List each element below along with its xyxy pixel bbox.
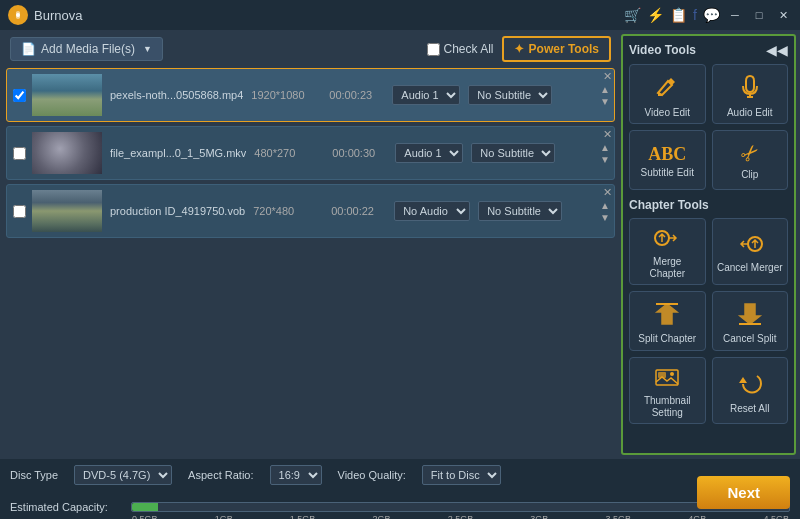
bottom-bar: Disc Type DVD-5 (4.7G) Aspect Ratio: 16:… bbox=[0, 459, 800, 519]
chapter-tools-grid: Merge Chapter Cancel Merger bbox=[629, 218, 788, 424]
audio-edit-label: Audio Edit bbox=[727, 107, 773, 119]
clip-button[interactable]: ✂ Clip bbox=[712, 130, 789, 190]
audio-select-3[interactable]: No Audio bbox=[394, 201, 470, 221]
file-dur-3: 00:00:22 bbox=[331, 205, 386, 217]
reset-all-button[interactable]: Reset All bbox=[712, 357, 789, 424]
audio-edit-button[interactable]: Audio Edit bbox=[712, 64, 789, 124]
svg-marker-9 bbox=[740, 304, 760, 324]
scroll-up-icon[interactable]: ▲ bbox=[600, 200, 610, 211]
add-media-button[interactable]: 📄 Add Media File(s) ▼ bbox=[10, 37, 163, 61]
toolbar: 📄 Add Media File(s) ▼ Check All ✦ Power … bbox=[0, 30, 621, 68]
file-checkbox-1[interactable] bbox=[13, 89, 26, 102]
file-list: ✕ ▲ ▼ pexels-noth...0505868.mp4 1920*108… bbox=[0, 68, 621, 459]
row-scroll-controls[interactable]: ▲ ▼ bbox=[600, 200, 610, 223]
cart-icon[interactable]: 🛒 bbox=[624, 7, 641, 23]
bolt-icon[interactable]: ⚡ bbox=[647, 7, 664, 23]
close-button[interactable]: ✕ bbox=[774, 6, 792, 24]
disc-type-select[interactable]: DVD-5 (4.7G) bbox=[74, 465, 172, 485]
table-row[interactable]: ✕ ▲ ▼ file_exampl...0_1_5MG.mkv 480*270 … bbox=[6, 126, 615, 180]
reset-all-label: Reset All bbox=[730, 403, 769, 415]
chapter-tools-title: Chapter Tools bbox=[629, 198, 788, 212]
file-dur-1: 00:00:23 bbox=[329, 89, 384, 101]
svg-marker-14 bbox=[739, 377, 747, 383]
capacity-row: Estimated Capacity: 0.5GB 1GB 1.5GB 2GB … bbox=[10, 501, 790, 513]
cancel-split-label: Cancel Split bbox=[723, 333, 776, 345]
video-quality-select[interactable]: Fit to Disc bbox=[422, 465, 501, 485]
video-quality-label: Video Quality: bbox=[338, 469, 406, 481]
merge-chapter-button[interactable]: Merge Chapter bbox=[629, 218, 706, 285]
aspect-ratio-select[interactable]: 16:9 bbox=[270, 465, 322, 485]
clip-icon: ✂ bbox=[736, 140, 764, 168]
file-thumbnail-2 bbox=[32, 132, 102, 174]
add-media-label: Add Media File(s) bbox=[41, 42, 135, 56]
remove-file-button[interactable]: ✕ bbox=[603, 71, 612, 82]
row-scroll-controls[interactable]: ▲ ▼ bbox=[600, 84, 610, 107]
tick-7: 4GB bbox=[688, 514, 706, 519]
disc-type-label: Disc Type bbox=[10, 469, 58, 481]
document-icon[interactable]: 📋 bbox=[670, 7, 687, 23]
subtitle-edit-button[interactable]: ABC Subtitle Edit bbox=[629, 130, 706, 190]
maximize-button[interactable]: □ bbox=[750, 6, 768, 24]
next-button[interactable]: Next bbox=[697, 476, 790, 509]
cancel-merger-icon bbox=[737, 233, 763, 258]
toolbar-right: Check All ✦ Power Tools bbox=[427, 36, 611, 62]
svg-marker-7 bbox=[657, 304, 677, 324]
thumbnail-setting-icon bbox=[654, 366, 680, 391]
file-thumbnail-1 bbox=[32, 74, 102, 116]
comment-icon[interactable]: 💬 bbox=[703, 7, 720, 23]
check-all-checkbox[interactable] bbox=[427, 43, 440, 56]
file-name-3: production ID_4919750.vob bbox=[110, 205, 245, 217]
video-edit-button[interactable]: Video Edit bbox=[629, 64, 706, 124]
split-chapter-button[interactable]: Split Chapter bbox=[629, 291, 706, 351]
file-dur-2: 00:00:30 bbox=[332, 147, 387, 159]
video-tools-grid: Video Edit Audio Edit ABC Subtitle Edit bbox=[629, 64, 788, 190]
scroll-down-icon[interactable]: ▼ bbox=[600, 154, 610, 165]
thumbnail-setting-label: Thumbnail Setting bbox=[634, 395, 701, 419]
remove-file-button[interactable]: ✕ bbox=[603, 129, 612, 140]
row-scroll-controls[interactable]: ▲ ▼ bbox=[600, 142, 610, 165]
thumbnail-setting-button[interactable]: Thumbnail Setting bbox=[629, 357, 706, 424]
audio-select-1[interactable]: Audio 1 bbox=[392, 85, 460, 105]
tick-0: 0.5GB bbox=[132, 514, 158, 519]
power-icon: ✦ bbox=[514, 42, 524, 56]
cancel-merger-label: Cancel Merger bbox=[717, 262, 783, 274]
minimize-button[interactable]: ─ bbox=[726, 6, 744, 24]
app-title: Burnova bbox=[34, 8, 82, 23]
capacity-ticks: 0.5GB 1GB 1.5GB 2GB 2.5GB 3GB 3.5GB 4GB … bbox=[132, 514, 789, 519]
add-media-dropdown-arrow[interactable]: ▼ bbox=[143, 44, 152, 54]
capacity-bar: 0.5GB 1GB 1.5GB 2GB 2.5GB 3GB 3.5GB 4GB … bbox=[131, 502, 790, 512]
tick-5: 3GB bbox=[530, 514, 548, 519]
scroll-down-icon[interactable]: ▼ bbox=[600, 212, 610, 223]
file-res-3: 720*480 bbox=[253, 205, 323, 217]
subtitle-select-3[interactable]: No Subtitle bbox=[478, 201, 562, 221]
scroll-up-icon[interactable]: ▲ bbox=[600, 84, 610, 95]
tick-8: 4.5GB bbox=[763, 514, 789, 519]
file-checkbox-3[interactable] bbox=[13, 205, 26, 218]
scroll-down-icon[interactable]: ▼ bbox=[600, 96, 610, 107]
subtitle-select-2[interactable]: No Subtitle bbox=[471, 143, 555, 163]
svg-point-1 bbox=[16, 13, 20, 17]
tick-3: 2GB bbox=[373, 514, 391, 519]
audio-select-2[interactable]: Audio 1 bbox=[395, 143, 463, 163]
file-name-2: file_exampl...0_1_5MG.mkv bbox=[110, 147, 246, 159]
remove-file-button[interactable]: ✕ bbox=[603, 187, 612, 198]
cancel-merger-button[interactable]: Cancel Merger bbox=[712, 218, 789, 285]
split-chapter-icon bbox=[654, 302, 680, 329]
cancel-split-button[interactable]: Cancel Split bbox=[712, 291, 789, 351]
reset-all-icon bbox=[737, 371, 763, 399]
file-checkbox-2[interactable] bbox=[13, 147, 26, 160]
table-row[interactable]: ✕ ▲ ▼ pexels-noth...0505868.mp4 1920*108… bbox=[6, 68, 615, 122]
clip-label: Clip bbox=[741, 169, 758, 181]
table-row[interactable]: ✕ ▲ ▼ production ID_4919750.vob 720*480 … bbox=[6, 184, 615, 238]
collapse-button[interactable]: ◀◀ bbox=[766, 42, 788, 58]
subtitle-select-1[interactable]: No Subtitle bbox=[468, 85, 552, 105]
scroll-up-icon[interactable]: ▲ bbox=[600, 142, 610, 153]
check-all-label[interactable]: Check All bbox=[427, 42, 494, 56]
facebook-icon[interactable]: f bbox=[693, 7, 697, 23]
file-thumbnail-3 bbox=[32, 190, 102, 232]
right-panel: Video Tools ◀◀ Video Edit bbox=[621, 34, 796, 455]
power-tools-button[interactable]: ✦ Power Tools bbox=[502, 36, 611, 62]
app-logo bbox=[8, 5, 28, 25]
svg-point-13 bbox=[670, 372, 674, 376]
file-res-1: 1920*1080 bbox=[251, 89, 321, 101]
